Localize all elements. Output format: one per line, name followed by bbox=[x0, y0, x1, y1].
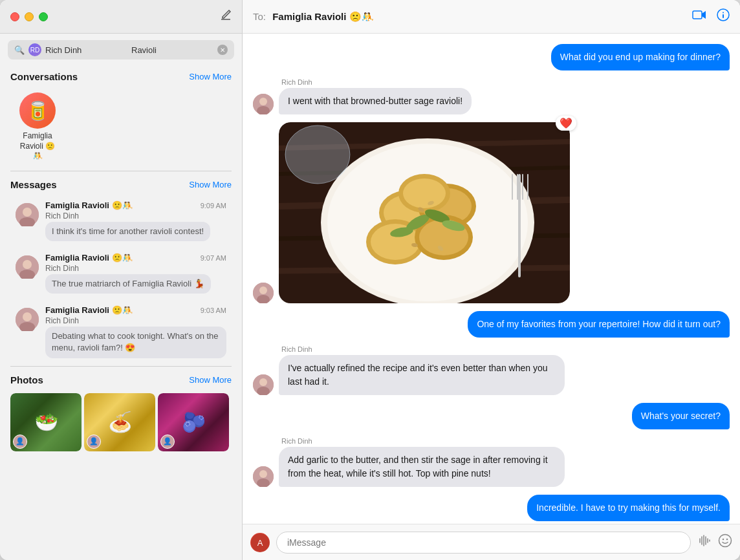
message-time: 9:09 AM bbox=[201, 202, 226, 210]
message-bubble-row: What did you end up making for dinner? bbox=[253, 44, 730, 70]
message-bubble: Add garlic to the butter, and then stir … bbox=[279, 447, 565, 487]
photo-thumbnail[interactable]: 🫐 👤 bbox=[158, 393, 229, 451]
photos-title: Photos bbox=[10, 374, 43, 385]
maximize-button[interactable] bbox=[39, 12, 48, 21]
image-with-reaction: ❤️ bbox=[279, 122, 570, 303]
message-input[interactable] bbox=[276, 532, 691, 554]
chat-header: To: Famiglia Ravioli 🙁🤼 bbox=[243, 0, 740, 34]
svg-point-36 bbox=[403, 178, 446, 208]
photo-sender-avatar: 👤 bbox=[160, 435, 175, 449]
message-bubble-row: Rich Dinh I went with that browned-butte… bbox=[253, 78, 730, 114]
message-bubble-row: Incredible. I have to try making this fo… bbox=[253, 495, 730, 521]
svg-point-12 bbox=[723, 12, 724, 14]
messages-show-more[interactable]: Show More bbox=[189, 180, 232, 189]
svg-rect-46 bbox=[512, 174, 513, 200]
svg-point-17 bbox=[259, 286, 267, 294]
divider-2 bbox=[10, 366, 232, 367]
sidebar-content: Conversations Show More 🥫 FamigliaRaviol… bbox=[0, 66, 242, 560]
message-list-item[interactable]: Famiglia Ravioli 🙁🤼 9:07 AM Rich Dinh Th… bbox=[5, 248, 237, 299]
photo-thumbnail[interactable]: 🥗 👤 bbox=[10, 393, 82, 451]
traffic-lights bbox=[10, 12, 48, 21]
bubble-wrapper: Incredible. I have to try making this fo… bbox=[527, 495, 730, 521]
minimize-button[interactable] bbox=[25, 12, 34, 21]
message-bubble: I went with that browned-butter sage rav… bbox=[279, 88, 472, 114]
main-content: 🔍 RD Rich Dinh Ravioli ✕ Conversations S… bbox=[0, 0, 740, 560]
conversation-avatar: 🥫 bbox=[19, 92, 56, 129]
bubble-wrapper: What's your secret? bbox=[632, 403, 730, 429]
message-header: Famiglia Ravioli 🙁🤼 9:09 AM bbox=[45, 200, 226, 210]
search-query: Ravioli bbox=[131, 45, 213, 55]
message-preview: Debating what to cook tonight. What's on… bbox=[45, 327, 226, 358]
bubble-wrapper: Rich Dinh I've actually refined the reci… bbox=[279, 345, 565, 395]
message-bubble-row: What's your secret? bbox=[253, 403, 730, 429]
message-bubble: Incredible. I have to try making this fo… bbox=[527, 495, 730, 521]
svg-rect-45 bbox=[518, 174, 521, 277]
conversations-title: Conversations bbox=[10, 71, 78, 82]
image-bubble-wrapper: ❤️ bbox=[279, 122, 565, 303]
search-icon: 🔍 bbox=[14, 45, 25, 55]
message-body: Famiglia Ravioli 🙁🤼 9:07 AM Rich Dinh Th… bbox=[45, 253, 226, 294]
svg-rect-49 bbox=[527, 174, 528, 200]
video-call-icon[interactable] bbox=[692, 9, 706, 24]
conversations-row: 🥫 FamigliaRavioli 🙁🤼 bbox=[0, 86, 242, 168]
svg-point-67 bbox=[726, 539, 728, 540]
message-bubble-row: ❤️ bbox=[253, 122, 730, 303]
info-icon[interactable] bbox=[717, 8, 730, 25]
message-bubble: What's your secret? bbox=[632, 403, 730, 429]
sender-avatar bbox=[253, 283, 274, 303]
emoji-icon[interactable] bbox=[718, 533, 732, 551]
conversation-name: FamigliaRavioli 🙁🤼 bbox=[16, 131, 60, 162]
messages-title: Messages bbox=[10, 179, 57, 190]
svg-rect-9 bbox=[693, 11, 702, 19]
sender-name: Rich Dinh bbox=[279, 437, 312, 445]
sender-avatar bbox=[253, 94, 274, 114]
chat-title: To: Famiglia Ravioli 🙁🤼 bbox=[253, 11, 374, 23]
message-body: Famiglia Ravioli 🙁🤼 9:03 AM Rich Dinh De… bbox=[45, 305, 226, 358]
message-list-item[interactable]: Famiglia Ravioli 🙁🤼 9:09 AM Rich Dinh I … bbox=[5, 195, 237, 246]
search-contact: Rich Dinh bbox=[45, 45, 127, 55]
compose-button[interactable] bbox=[220, 9, 232, 24]
app-window: 🔍 RD Rich Dinh Ravioli ✕ Conversations S… bbox=[0, 0, 740, 560]
svg-point-50 bbox=[285, 125, 350, 184]
food-image bbox=[279, 122, 570, 303]
message-time: 9:07 AM bbox=[201, 254, 226, 262]
chat-messages: What did you end up making for dinner? R… bbox=[243, 34, 740, 524]
search-bar[interactable]: 🔍 RD Rich Dinh Ravioli ✕ bbox=[8, 40, 234, 59]
photos-grid: 🥗 👤 🍝 👤 🫐 👤 bbox=[0, 389, 242, 455]
sender-avatar bbox=[253, 466, 274, 487]
svg-point-66 bbox=[723, 539, 724, 540]
message-header: Famiglia Ravioli 🙁🤼 9:03 AM bbox=[45, 305, 226, 315]
messages-section-header: Messages Show More bbox=[0, 174, 242, 194]
message-header: Famiglia Ravioli 🙁🤼 9:07 AM bbox=[45, 253, 226, 263]
sender-avatar bbox=[253, 374, 274, 395]
message-avatar bbox=[16, 308, 39, 331]
audio-icon[interactable] bbox=[697, 533, 712, 551]
bubble-wrapper: What did you end up making for dinner? bbox=[551, 44, 730, 70]
sender-name: Rich Dinh bbox=[279, 78, 312, 86]
close-button[interactable] bbox=[10, 12, 19, 21]
sender-name: Rich Dinh bbox=[279, 345, 312, 353]
divider-1 bbox=[10, 171, 232, 171]
conversations-section-header: Conversations Show More bbox=[0, 66, 242, 86]
search-clear-button[interactable]: ✕ bbox=[217, 45, 228, 55]
photo-sender-avatar: 👤 bbox=[13, 435, 27, 449]
conversation-item-famiglia[interactable]: 🥫 FamigliaRavioli 🙁🤼 bbox=[5, 89, 70, 166]
svg-point-7 bbox=[23, 312, 32, 321]
photos-show-more[interactable]: Show More bbox=[189, 375, 232, 385]
message-bubble: One of my favorites from your repertoire… bbox=[468, 311, 730, 338]
message-avatar bbox=[16, 203, 39, 226]
conversations-show-more[interactable]: Show More bbox=[189, 72, 232, 81]
photo-thumbnail[interactable]: 🍝 👤 bbox=[84, 393, 155, 451]
message-avatar bbox=[16, 255, 39, 279]
contact-avatar: RD bbox=[28, 43, 41, 56]
svg-rect-48 bbox=[522, 174, 523, 200]
message-reaction[interactable]: ❤️ bbox=[556, 116, 576, 131]
message-sender: Rich Dinh bbox=[45, 264, 226, 273]
input-avatar: A bbox=[250, 533, 270, 552]
bubble-wrapper: Rich Dinh Add garlic to the butter, and … bbox=[279, 437, 565, 487]
svg-rect-47 bbox=[517, 174, 518, 200]
message-list-item[interactable]: Famiglia Ravioli 🙁🤼 9:03 AM Rich Dinh De… bbox=[5, 300, 237, 363]
message-bubble-row: Rich Dinh I've actually refined the reci… bbox=[253, 345, 730, 395]
message-time: 9:03 AM bbox=[201, 307, 226, 314]
photo-sender-avatar: 👤 bbox=[87, 435, 101, 449]
